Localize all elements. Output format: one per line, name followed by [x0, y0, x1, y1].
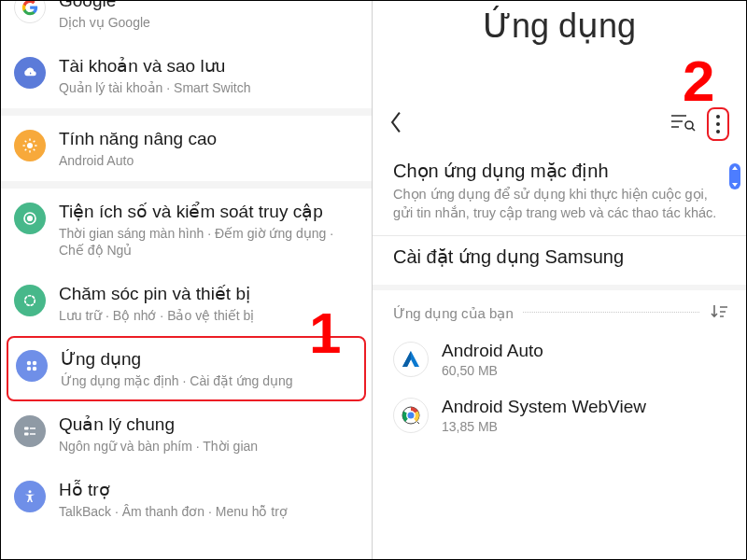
svg-point-5 — [33, 361, 37, 366]
app-name: Android Auto — [442, 341, 543, 361]
svg-point-3 — [25, 296, 35, 306]
apps-icon — [16, 350, 48, 382]
settings-item-google[interactable]: Google Dịch vụ Google — [1, 0, 372, 43]
general-icon — [14, 415, 46, 447]
item-labels: Quản lý chung Ngôn ngữ và bàn phím · Thờ… — [59, 413, 258, 455]
wellbeing-icon — [14, 203, 46, 234]
settings-item-advanced[interactable]: Tính năng nâng cao Android Auto — [1, 116, 372, 181]
app-labels: Android System WebView 13,85 MB — [442, 397, 646, 434]
item-title: Tiện ích số và kiểm soát truy cập — [59, 201, 359, 223]
item-subtitle: Thời gian sáng màn hình · Đếm giờ ứng dụ… — [59, 225, 359, 259]
app-row-android-auto[interactable]: Android Auto 60,50 MB — [373, 331, 746, 387]
samsung-app-settings-section[interactable]: Cài đặt ứng dụng Samsung — [373, 235, 746, 285]
item-subtitle: Quản lý tài khoản · Smart Switch — [59, 79, 251, 96]
settings-item-support[interactable]: Hỗ trợ TalkBack · Âm thanh đơn · Menu hỗ… — [1, 467, 372, 532]
divider-dots — [523, 312, 699, 313]
your-apps-header: Ứng dụng của bạn — [373, 285, 746, 331]
item-title: Chăm sóc pin và thiết bị — [59, 283, 254, 305]
item-title: Quản lý chung — [59, 413, 258, 436]
svg-point-7 — [33, 367, 37, 371]
apps-toolbar — [373, 102, 746, 150]
item-title: Google — [59, 0, 150, 12]
scroll-indicator[interactable] — [729, 163, 740, 189]
svg-point-10 — [29, 490, 32, 493]
svg-point-16 — [407, 412, 415, 419]
item-title: Ứng dụng — [61, 348, 293, 371]
app-size: 60,50 MB — [442, 363, 543, 378]
item-title: Tài khoản và sao lưu — [59, 55, 251, 77]
settings-item-battery-care[interactable]: Chăm sóc pin và thiết bị Lưu trữ · Bộ nh… — [1, 271, 372, 336]
webview-icon — [393, 398, 429, 433]
svg-point-2 — [28, 217, 33, 221]
back-button[interactable] — [388, 110, 404, 138]
item-labels: Tiện ích số và kiểm soát truy cập Thời g… — [59, 201, 359, 259]
more-options-button[interactable] — [707, 107, 729, 141]
svg-point-13 — [716, 122, 720, 126]
google-icon — [14, 0, 46, 23]
screenshot-frame: Google Dịch vụ Google Tài khoản và sao l… — [0, 0, 747, 560]
item-subtitle: Ngôn ngữ và bàn phím · Thời gian — [59, 438, 258, 455]
your-apps-label: Ứng dụng của bạn — [393, 305, 514, 322]
android-auto-icon — [393, 342, 429, 377]
section-title: Chọn ứng dụng mặc định — [393, 160, 726, 182]
settings-item-accounts[interactable]: Tài khoản và sao lưu Quản lý tài khoản ·… — [1, 43, 372, 108]
device-care-icon — [14, 285, 46, 316]
item-title: Tính năng nâng cao — [59, 128, 217, 150]
item-labels: Ứng dụng Ứng dụng mặc định · Cài đặt ứng… — [61, 348, 293, 389]
apps-header: Ứng dụng — [373, 1, 746, 102]
app-size: 13,85 MB — [442, 419, 646, 434]
filter-search-button[interactable] — [669, 112, 696, 136]
svg-point-0 — [27, 143, 33, 148]
settings-list-pane: Google Dịch vụ Google Tài khoản và sao l… — [1, 1, 373, 559]
list-spacer — [1, 181, 372, 189]
page-title: Ứng dụng — [373, 7, 746, 46]
item-subtitle: TalkBack · Âm thanh đơn · Menu hỗ trợ — [59, 503, 288, 520]
item-subtitle: Lưu trữ · Bộ nhớ · Bảo vệ thiết bị — [59, 307, 254, 324]
section-subtitle: Chọn ứng dụng để sử dụng khi thực hiện c… — [393, 186, 726, 222]
app-labels: Android Auto 60,50 MB — [442, 341, 543, 378]
section-title: Cài đặt ứng dụng Samsung — [393, 245, 726, 268]
apps-screen-pane: Ứng dụng Chọn ứng dụng mặc định Chọn ứng… — [373, 1, 746, 559]
settings-list: Google Dịch vụ Google Tài khoản và sao l… — [1, 1, 372, 532]
settings-item-apps[interactable]: Ứng dụng Ứng dụng mặc định · Cài đặt ứng… — [7, 336, 366, 401]
sort-button[interactable] — [709, 303, 729, 324]
item-labels: Tính năng nâng cao Android Auto — [59, 128, 217, 169]
item-subtitle: Dịch vụ Google — [59, 14, 150, 31]
svg-rect-8 — [24, 427, 29, 429]
svg-point-11 — [685, 121, 693, 129]
advanced-icon — [14, 130, 46, 161]
default-apps-section[interactable]: Chọn ứng dụng mặc định Chọn ứng dụng để … — [373, 150, 746, 235]
app-row-webview[interactable]: Android System WebView 13,85 MB — [373, 387, 746, 443]
item-labels: Hỗ trợ TalkBack · Âm thanh đơn · Menu hỗ… — [59, 479, 288, 520]
svg-point-14 — [716, 130, 720, 133]
cloud-sync-icon — [14, 57, 46, 89]
accessibility-icon — [14, 481, 46, 512]
item-labels: Tài khoản và sao lưu Quản lý tài khoản ·… — [59, 55, 251, 96]
item-labels: Chăm sóc pin và thiết bị Lưu trữ · Bộ nh… — [59, 283, 254, 324]
item-subtitle: Android Auto — [59, 152, 217, 169]
item-subtitle: Ứng dụng mặc định · Cài đặt ứng dụng — [61, 372, 293, 389]
settings-item-digital-wellbeing[interactable]: Tiện ích số và kiểm soát truy cập Thời g… — [1, 189, 372, 271]
svg-point-12 — [716, 115, 720, 119]
item-title: Hỗ trợ — [59, 479, 288, 501]
settings-item-general[interactable]: Quản lý chung Ngôn ngữ và bàn phím · Thờ… — [1, 401, 372, 467]
svg-rect-9 — [24, 432, 29, 435]
item-labels: Google Dịch vụ Google — [59, 0, 150, 31]
app-name: Android System WebView — [442, 397, 646, 417]
svg-point-6 — [27, 367, 32, 371]
svg-point-4 — [27, 361, 32, 366]
list-spacer — [1, 108, 372, 116]
